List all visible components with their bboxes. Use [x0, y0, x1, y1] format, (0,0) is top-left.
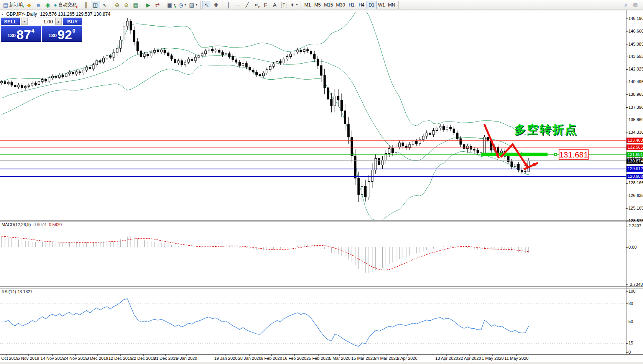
vertical-line-icon: │: [227, 2, 230, 8]
svg-text:11 May 2020: 11 May 2020: [505, 356, 529, 361]
timeframe-D1[interactable]: D1: [367, 1, 377, 9]
community-icon: ☻: [36, 2, 41, 8]
channel-button[interactable]: ≈E: [252, 1, 261, 9]
sell-button[interactable]: SELL: [1, 18, 20, 25]
svg-text:130.874: 130.874: [628, 159, 643, 163]
periods-button[interactable]: ◷▾: [177, 1, 187, 9]
templates-icon: ▨: [189, 2, 194, 8]
line-chart-icon: ∿: [102, 2, 107, 8]
buy-price-button[interactable]: 130 92 0: [42, 26, 82, 42]
volume-stepper: ▼ 1.00 ▲: [21, 18, 62, 25]
price-axis: 148.190146.660145.085143.555142.025140.4…: [626, 16, 643, 223]
mt4-window: ▤+新订单◆☻◉●●自动交易║◫∿⊕⊖▦▶⇄▣+▾◷▾▨▾↖✚│─╱≈EF⋯AT…: [0, 0, 643, 364]
timeframe-M15[interactable]: M15: [322, 1, 334, 9]
new-order-button[interactable]: ▤+新订单: [2, 1, 25, 9]
horizontal-line-icon: ─: [236, 2, 240, 8]
buy-button[interactable]: BUY: [63, 18, 82, 25]
price-level-label[interactable]: 131.681: [559, 149, 589, 160]
timeframe-MN[interactable]: MN: [386, 1, 397, 9]
timeframe-H4[interactable]: H4: [357, 1, 367, 9]
templates-button[interactable]: ▨▾: [187, 1, 199, 9]
zoom-out-button[interactable]: ⊖: [122, 1, 131, 9]
svg-text:100: 100: [628, 289, 635, 293]
sell-price-main: 87: [16, 29, 31, 40]
community-button[interactable]: ☻: [34, 1, 43, 9]
new-chart-button[interactable]: ▣+▾: [166, 1, 177, 9]
timeframe-M5[interactable]: M5: [312, 1, 322, 9]
tile-windows-button[interactable]: ▦: [131, 1, 140, 9]
arrows-icon: ✦: [290, 2, 294, 8]
zoom-in-button[interactable]: ⊕: [113, 1, 122, 9]
timeframe-M1-label: M1: [304, 2, 311, 8]
volume-increase-button[interactable]: ▲: [55, 18, 62, 25]
crosshair-button[interactable]: ✚: [211, 1, 220, 9]
icon-badge: +: [22, 5, 24, 8]
volume-input[interactable]: 1.00: [28, 18, 55, 25]
timeframe-W1-label: W1: [378, 2, 385, 8]
bar-chart-button[interactable]: ║: [82, 1, 91, 9]
turning-point-annotation[interactable]: 多空转折点: [514, 122, 577, 138]
macd-main-value: -0.8074: [32, 222, 46, 227]
toolbar-separator: [301, 1, 301, 9]
text-button[interactable]: A: [270, 1, 279, 9]
toolbar-group: │─╱≈EF⋯AT✦▾: [224, 1, 299, 9]
autotrade-button[interactable]: ●●自动交易: [52, 1, 78, 9]
candlestick-chart-button[interactable]: ◫: [91, 1, 100, 9]
svg-text:134.330: 134.330: [628, 130, 643, 134]
toolbar-group: ↖✚: [202, 1, 220, 9]
channel-icon: ≈: [255, 2, 258, 8]
trendline-button[interactable]: ╱: [242, 1, 252, 9]
svg-text:137.390: 137.390: [628, 105, 643, 110]
toolbar-separator: [142, 1, 142, 9]
vertical-line-button[interactable]: │: [224, 1, 233, 9]
svg-text:9 Jan 2020: 9 Jan 2020: [176, 356, 197, 361]
arrows-button[interactable]: ✦▾: [288, 1, 299, 9]
candlesticks: [1, 18, 530, 202]
svg-text:22 Apr 2020: 22 Apr 2020: [458, 356, 481, 361]
chart-canvas[interactable]: 148.190146.660145.085143.555142.025140.4…: [0, 0, 643, 364]
toolbar-group: ⊕⊖▦: [113, 1, 140, 9]
signals-button[interactable]: ◉: [43, 1, 52, 9]
auto-scroll-button[interactable]: ▶: [144, 1, 153, 9]
timeframe-M30-label: M30: [336, 2, 345, 8]
buy-price-sup: 0: [72, 28, 76, 33]
text-label-button[interactable]: T: [279, 1, 288, 9]
chevron-down-icon: ▾: [196, 3, 197, 7]
timeframe-M1[interactable]: M1: [303, 1, 312, 9]
svg-text:123.575: 123.575: [628, 218, 643, 223]
text-label-icon: T: [281, 2, 286, 8]
icon-badge: +: [174, 5, 176, 8]
chat-button[interactable]: ✉: [631, 1, 640, 9]
sell-price-button[interactable]: 130 87 4: [1, 26, 41, 42]
svg-text:24 Mar 2020: 24 Mar 2020: [374, 356, 398, 361]
svg-text:131.681: 131.681: [628, 152, 643, 157]
chart-shift-button[interactable]: ⇄: [153, 1, 162, 9]
svg-text:128.165: 128.165: [628, 180, 643, 185]
cursor-button[interactable]: ↖: [202, 1, 211, 9]
horizontal-line-button[interactable]: ─: [233, 1, 242, 9]
volume-decrease-button[interactable]: ▼: [21, 18, 28, 25]
toolbar-separator: [164, 1, 164, 9]
fibonacci-button[interactable]: F⋯: [261, 1, 270, 9]
macd-name: MACD(12,26,9): [2, 222, 31, 227]
search-button[interactable]: ⌕: [622, 1, 631, 9]
line-chart-button[interactable]: ∿: [100, 1, 109, 9]
svg-text:12 Dec 2019: 12 Dec 2019: [109, 356, 132, 361]
toolbar-separator: [222, 1, 222, 9]
timeframe-W1[interactable]: W1: [377, 1, 386, 9]
svg-text:3 Dec 2019: 3 Dec 2019: [87, 356, 108, 361]
toolbar: ▤+新订单◆☻◉●●自动交易║◫∿⊕⊖▦▶⇄▣+▾◷▾▨▾↖✚│─╱≈EF⋯AT…: [0, 0, 643, 10]
svg-text:5 Nov 2019: 5 Nov 2019: [18, 356, 39, 361]
autotrade-button-label: 自动交易: [58, 2, 77, 8]
mql5-button[interactable]: ◆: [25, 1, 34, 9]
svg-text:140.495: 140.495: [628, 79, 643, 84]
toolbar-group: ▶⇄: [144, 1, 162, 9]
svg-text:146.660: 146.660: [628, 29, 643, 33]
svg-text:15: 15: [628, 341, 633, 345]
tile-windows-icon: ▦: [133, 2, 138, 8]
timeframe-M30[interactable]: M30: [335, 1, 347, 9]
timeframe-H1[interactable]: H1: [347, 1, 357, 9]
svg-text:31 Dec 2019: 31 Dec 2019: [154, 356, 178, 361]
chevron-down-icon: ▾: [296, 3, 298, 7]
svg-text:15 Mar 2020: 15 Mar 2020: [351, 356, 375, 361]
